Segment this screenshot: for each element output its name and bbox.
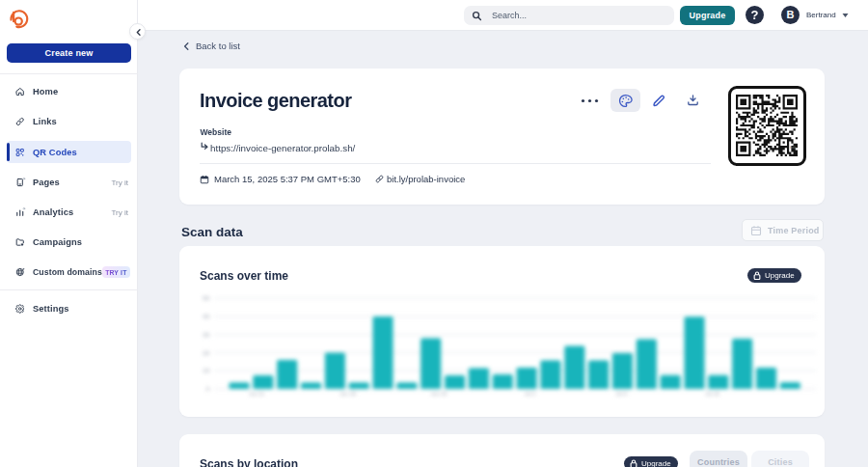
svg-text:Jul 2: Jul 2 bbox=[525, 391, 536, 397]
svg-text:Jun 25: Jun 25 bbox=[431, 391, 448, 397]
svg-text:Jul 9: Jul 9 bbox=[615, 391, 627, 397]
svg-text:40: 40 bbox=[203, 314, 209, 319]
svg-text:Jul 16: Jul 16 bbox=[705, 391, 719, 397]
svg-text:0: 0 bbox=[206, 386, 210, 392]
svg-text:30: 30 bbox=[203, 332, 209, 338]
svg-text:20: 20 bbox=[203, 350, 209, 356]
svg-text:10: 10 bbox=[203, 368, 209, 373]
svg-text:bitly: bitly bbox=[790, 146, 796, 150]
svg-text:50: 50 bbox=[203, 295, 209, 301]
svg-text:Jun 18: Jun 18 bbox=[339, 391, 356, 397]
svg-text:Jun 11: Jun 11 bbox=[249, 391, 264, 397]
